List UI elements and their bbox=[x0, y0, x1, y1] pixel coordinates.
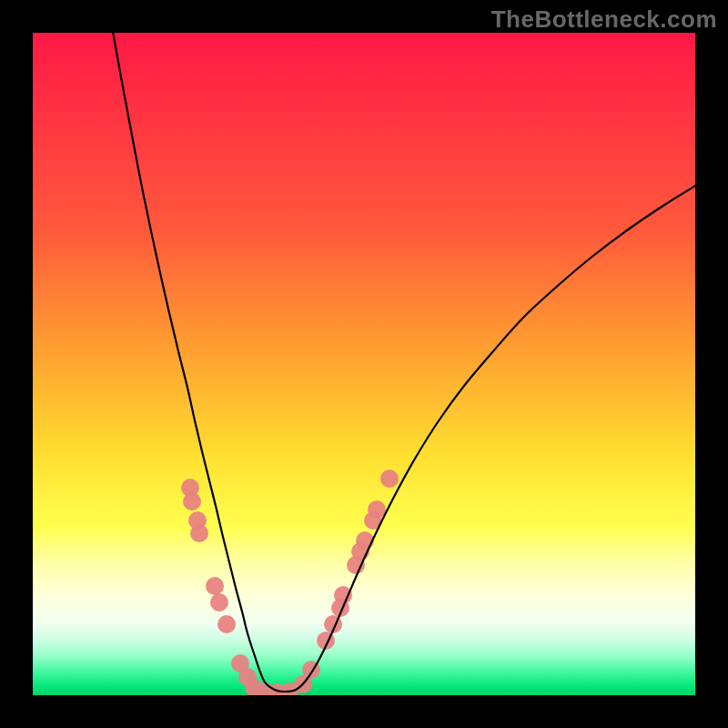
data-dot bbox=[210, 593, 228, 612]
chart-frame: TheBottleneck.com bbox=[0, 0, 728, 728]
data-dot bbox=[245, 679, 263, 695]
data-dot bbox=[183, 492, 201, 511]
data-dot bbox=[217, 615, 236, 633]
bottleneck-curve bbox=[110, 33, 695, 692]
data-dot bbox=[268, 683, 287, 695]
watermark-text: TheBottleneck.com bbox=[491, 5, 717, 34]
data-dot bbox=[238, 668, 257, 686]
data-dot bbox=[317, 632, 335, 650]
data-dot bbox=[188, 511, 207, 530]
data-dot bbox=[334, 586, 352, 604]
data-dot bbox=[356, 531, 374, 550]
data-dot bbox=[351, 542, 369, 561]
data-dot bbox=[364, 511, 382, 530]
data-dot bbox=[302, 661, 320, 679]
data-dot bbox=[280, 682, 298, 695]
data-dot bbox=[206, 577, 224, 595]
data-dot bbox=[257, 682, 275, 695]
plot-area bbox=[33, 33, 695, 695]
data-dot bbox=[331, 599, 349, 617]
data-dot bbox=[347, 556, 365, 574]
gradient-background bbox=[33, 33, 695, 695]
data-dot bbox=[190, 524, 208, 542]
data-dot bbox=[380, 470, 399, 488]
data-dot bbox=[231, 654, 249, 672]
data-dot bbox=[181, 479, 199, 497]
dots-layer bbox=[181, 470, 399, 695]
data-dot bbox=[368, 500, 386, 519]
chart-svg bbox=[33, 33, 695, 695]
data-dot bbox=[294, 675, 312, 693]
data-dot bbox=[324, 615, 342, 633]
